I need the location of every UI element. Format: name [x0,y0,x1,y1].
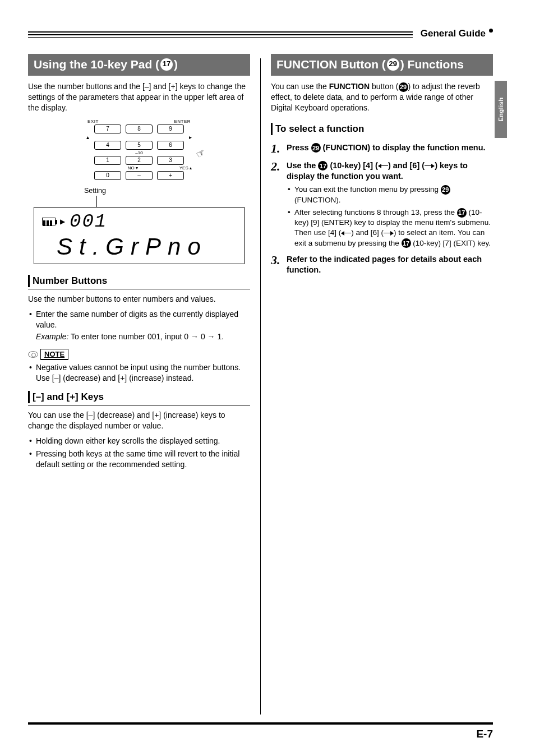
section-title-func-a: FUNCTION Button ( [276,58,386,71]
step-2: 2. Use the 17 (10-key) [4] () and [6] ()… [271,160,493,182]
key-9: 9 [157,125,184,133]
circled-29-sub1-icon: 29 [441,185,450,195]
step-3-body: Refer to the indicated pages for details… [287,254,493,275]
key-2: 2 [126,156,153,165]
subheading-select-function: To select a function [271,122,493,137]
circled-29-step1-icon: 29 [311,143,321,153]
number-buttons-intro: Use the number buttons to enter numbers … [28,294,250,305]
func-intro-b: button ( [370,82,398,91]
circled-number-17-icon: 17 [160,58,173,71]
section-title-text-b: ) [174,58,178,71]
step-3: 3. Refer to the indicated pages for deta… [271,254,493,275]
step-3-number: 3. [271,254,287,275]
lcd-display: ▶ 001 St.GrPno [34,207,245,264]
step-1-number: 1. [271,142,287,155]
key-8: 8 [126,125,153,133]
battery-icon [42,218,56,225]
page-number: E-7 [476,728,493,740]
key-1: 1 [94,156,121,165]
header-section-title: General Guide [421,28,486,39]
setting-caption: Setting [84,187,195,195]
keypad-right-arrow-icon: ▸ [189,135,192,140]
key-6: 6 [157,141,184,150]
header-title-wrap: General Guide [413,28,493,39]
step-1: 1. Press 29 (FUNCTION) to display the fu… [271,142,493,155]
note-header: NOTE [28,349,250,360]
pm-keys-list: Holding down either key scrolls the disp… [28,436,250,470]
step-2-body: Use the 17 (10-key) [4] () and [6] () ke… [287,160,493,182]
key-5: 5 [126,141,153,150]
circled-29-inline-icon: 29 [399,82,408,92]
section-title-function: FUNCTION Button ( 29 ) Functions [271,54,493,76]
footer-rule [28,722,493,725]
keypad-label-yes: YES ▴ [179,166,192,170]
right-arrow-sub-icon [384,231,394,236]
note-eye-icon [28,351,38,358]
function-intro: You can use the FUNCTION button (29) to … [271,81,493,113]
lcd-top-row: ▶ 001 [42,212,236,231]
subheading-pm-keys: [–] and [+] Keys [28,390,250,405]
keypad-diagram: EXIT ENTER 7 8 9 ▴▸ 4 5 6 ☞ –10 1 [83,119,195,180]
circled-17-sub2b-icon: 17 [402,238,411,248]
key-plus: + [157,171,184,180]
keypad-label-exit: EXIT [87,119,99,124]
note-bullet: Negative values cannot be input using th… [28,362,250,384]
lcd-arrow-icon: ▶ [60,218,65,225]
keypad-up-arrow-icon: ▴ [86,135,89,140]
lcd-tone-number: 001 [70,212,107,231]
right-column: FUNCTION Button ( 29 ) Functions You can… [261,54,493,717]
step-2-sub: You can exit the function menu by pressi… [287,185,493,248]
number-buttons-list: Enter the same number of digits as the c… [28,309,250,330]
keypad-row-2: 4 5 6 ☞ [83,141,195,150]
step2-sub-bullet-2: After selecting functions 8 through 13, … [287,208,493,248]
note-label: NOTE [40,349,68,360]
right-arrow-icon [425,164,435,168]
key-0: 0 [94,171,121,180]
setting-callout: Setting [83,187,195,195]
circled-17-step2-icon: 17 [318,161,328,170]
key-minus: – [126,171,153,180]
keypad-row-4: 0 – + [83,171,195,180]
left-arrow-icon [378,164,388,168]
key-7: 7 [94,125,121,133]
example-label: Example: [36,332,68,341]
number-buttons-example: Example: To enter tone number 001, input… [28,332,250,341]
section-title-text-a: Using the 10-key Pad ( [34,58,159,71]
circled-number-29-icon: 29 [387,58,399,71]
step-2-number: 2. [271,160,287,182]
func-intro-a: You can use the [271,82,329,91]
pm-bullet-1: Holding down either key scrolls the disp… [28,436,250,446]
keypad-label-no: NO ▾ [128,166,138,170]
left-arrow-sub-icon [341,231,351,236]
left-column: Using the 10-key Pad ( 17 ) Use the numb… [28,54,260,717]
keypad-row-1: 7 8 9 [83,125,195,133]
header-dot-icon [489,29,493,33]
keypad-row-3: 1 2 3 [83,156,195,165]
circled-17-sub2a-icon: 17 [457,208,467,218]
two-column-layout: Using the 10-key Pad ( 17 ) Use the numb… [28,54,493,717]
example-body: To enter tone number 001, input 0 → 0 → … [68,332,224,341]
setting-pointer-line [96,196,97,207]
section-title-func-b: ) Functions [400,58,464,71]
keypad-label-enter: ENTER [174,119,191,124]
keypad-top-labels: EXIT ENTER [83,119,195,125]
step-1-body: Press 29 (FUNCTION) to display the funct… [287,142,486,155]
language-tab: English [495,81,507,138]
subheading-number-buttons: Number Buttons [28,274,250,289]
page: General Guide English Using the 10-key P… [0,0,535,756]
number-buttons-bullet: Enter the same number of digits as the c… [28,309,250,330]
note-list: Negative values cannot be input using th… [28,362,250,384]
pointing-hand-icon: ☞ [194,146,208,161]
pm-bullet-2: Pressing both keys at the same time will… [28,449,250,470]
intro-paragraph: Use the number buttons and the [–] and [… [28,81,250,113]
pm-keys-intro: You can use the [–] (decrease) and [+] (… [28,410,250,431]
key-3: 3 [157,156,184,165]
key-4: 4 [94,141,121,150]
step2-sub-bullet-1: You can exit the function menu by pressi… [287,185,493,205]
language-tab-label: English [497,97,504,121]
section-title-10key: Using the 10-key Pad ( 17 ) [28,54,250,76]
lcd-tone-name: St.GrPno [42,233,236,260]
func-intro-bold: FUNCTION [329,82,370,91]
keypad-label-minus10: –10 [135,151,142,155]
